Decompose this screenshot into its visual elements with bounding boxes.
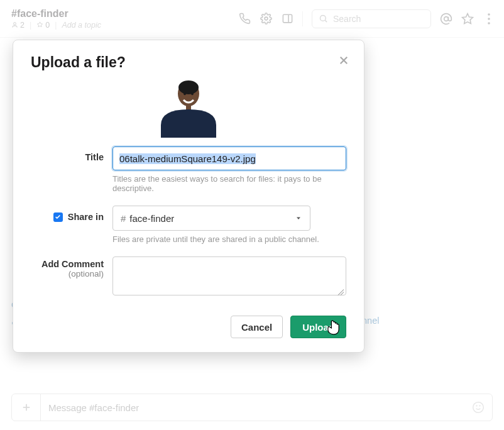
title-label: Title [31, 146, 112, 162]
image-preview [157, 75, 220, 138]
share-label: Share in [68, 212, 104, 222]
comment-input[interactable] [112, 256, 346, 295]
share-hint: Files are private until they are shared … [112, 234, 346, 244]
svg-rect-26 [186, 105, 191, 110]
resize-handle[interactable] [337, 289, 344, 295]
modal-title: Upload a file? [31, 54, 346, 71]
comment-row: Add Comment (optional) [31, 256, 346, 298]
svg-marker-27 [297, 218, 300, 220]
check-icon [55, 214, 61, 220]
share-checkbox[interactable] [53, 212, 63, 222]
title-input-value: 06talk-mediumSquare149-v2.jpg [119, 153, 256, 164]
svg-point-23 [178, 80, 199, 94]
chevron-down-icon [295, 214, 302, 222]
title-row: Title 06talk-mediumSquare149-v2.jpg Titl… [31, 146, 346, 202]
cancel-button[interactable]: Cancel [231, 316, 283, 338]
share-row: Share in #face-finder Files are private … [31, 206, 346, 253]
modal-overlay[interactable]: Upload a file? Title [0, 0, 504, 430]
upload-button[interactable]: Upload [290, 316, 346, 338]
hash-icon: # [121, 213, 126, 224]
title-hint: Titles are the easiest ways to search fo… [112, 174, 346, 193]
close-button[interactable] [335, 52, 353, 69]
image-preview-wrap [31, 75, 346, 138]
share-channel-select[interactable]: #face-finder [112, 206, 310, 231]
title-input[interactable]: 06talk-mediumSquare149-v2.jpg [112, 146, 346, 170]
svg-point-24 [184, 92, 186, 96]
share-channel-value: face-finder [129, 213, 174, 224]
svg-point-25 [191, 92, 194, 96]
upload-file-modal: Upload a file? Title [13, 40, 364, 353]
comment-optional: (optional) [31, 269, 104, 278]
modal-footer: Cancel Upload [31, 316, 346, 338]
comment-label: Add Comment [41, 259, 104, 269]
close-icon [338, 55, 349, 66]
